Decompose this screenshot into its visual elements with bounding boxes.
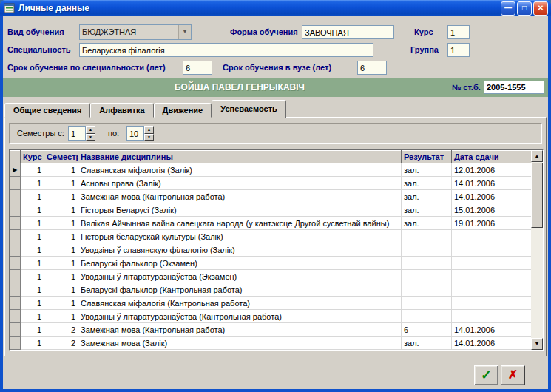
cell-kurs[interactable]: 1 — [21, 217, 44, 230]
cell-kurs[interactable]: 1 — [21, 283, 44, 297]
cell-result[interactable]: 6 — [402, 323, 452, 337]
spin-down-icon[interactable]: ▼ — [86, 134, 95, 141]
minimize-button[interactable]: — — [501, 1, 515, 16]
cell-discipline[interactable]: Уводзіны ў літаратуразнаўства (Кантрольн… — [78, 310, 402, 323]
cell-discipline[interactable]: Беларускі фальклор (Кантрольная работа) — [78, 283, 402, 297]
cell-kurs[interactable]: 1 — [21, 177, 44, 190]
cell-result[interactable]: зал. — [402, 190, 452, 203]
spin-down-icon[interactable]: ▼ — [144, 134, 154, 141]
table-row[interactable]: 11Беларускі фальклор (Кантрольная работа… — [10, 283, 532, 297]
cell-semestr[interactable]: 1 — [44, 203, 78, 217]
education-type-combo[interactable]: БЮДЖЭТНАЯ ▼ — [79, 24, 192, 40]
cell-semestr[interactable]: 1 — [44, 283, 78, 297]
cell-result[interactable] — [402, 257, 452, 270]
cell-kurs[interactable]: 1 — [21, 230, 44, 243]
cell-discipline[interactable]: Гісторыя беларускай культуры (Залік) — [78, 230, 402, 243]
cell-date[interactable] — [452, 270, 532, 283]
cell-semestr[interactable]: 1 — [44, 270, 78, 283]
group-field[interactable] — [447, 43, 470, 57]
student-book-number-field[interactable] — [484, 81, 544, 94]
cell-date[interactable]: 19.01.2006 — [452, 217, 532, 230]
cell-semestr[interactable]: 1 — [44, 177, 78, 190]
cell-discipline[interactable]: Уводзіны ў славянскую філалогію (Залік) — [78, 243, 402, 257]
cell-result[interactable]: зал. — [402, 337, 452, 350]
cell-semestr[interactable]: 1 — [44, 297, 78, 310]
scrollbar-thumb[interactable] — [531, 163, 543, 228]
cell-discipline[interactable]: Уводзіны ў літаратуразнаўства (Экзамен) — [78, 270, 402, 283]
column-header-result[interactable]: Результат — [402, 151, 452, 163]
education-form-field[interactable] — [302, 25, 394, 39]
cell-kurs[interactable]: 1 — [21, 163, 44, 177]
cell-result[interactable] — [402, 310, 452, 323]
cell-kurs[interactable]: 1 — [21, 190, 44, 203]
cell-date[interactable]: 14.01.2006 — [452, 337, 532, 350]
cell-result[interactable]: зал. — [402, 163, 452, 177]
table-row[interactable]: 11Замежная мова (Кантрольная работа)зал.… — [10, 190, 532, 203]
cell-result[interactable] — [402, 270, 452, 283]
cell-date[interactable] — [452, 230, 532, 243]
table-row[interactable]: 11Вялікая Айчынная вайна савецкага народ… — [10, 217, 532, 230]
cell-discipline[interactable]: Гісторыя Беларусі (Залік) — [78, 203, 402, 217]
cell-date[interactable] — [452, 310, 532, 323]
table-row[interactable]: 12Замежная мова (Кантрольная работа)614.… — [10, 323, 532, 337]
table-row[interactable]: ▶11Славянская міфалогія (Залік)зал.12.01… — [10, 163, 532, 177]
cell-kurs[interactable]: 1 — [21, 203, 44, 217]
cell-result[interactable] — [402, 230, 452, 243]
tab-performance[interactable]: Успеваемость — [212, 100, 286, 118]
confirm-button[interactable]: ✓ — [474, 365, 498, 385]
column-header-date[interactable]: Дата сдачи — [452, 151, 532, 163]
university-duration-field[interactable] — [357, 61, 387, 75]
cell-discipline[interactable]: Асновы права (Залік) — [78, 177, 402, 190]
cell-kurs[interactable]: 1 — [21, 297, 44, 310]
table-row[interactable]: 11Асновы права (Залік)зал.14.01.2006 — [10, 177, 532, 190]
cell-discipline[interactable]: Славянская міфалогія (Кантрольная работа… — [78, 297, 402, 310]
column-header-semester[interactable]: Семестр — [44, 151, 78, 163]
table-row[interactable]: 11Уводзіны ў літаратуразнаўства (Кантрол… — [10, 310, 532, 323]
cell-discipline[interactable]: Замежная мова (Залік) — [78, 337, 402, 350]
cell-semestr[interactable]: 2 — [44, 323, 78, 337]
table-row[interactable]: 11Уводзіны ў літаратуразнаўства (Экзамен… — [10, 270, 532, 283]
cell-kurs[interactable]: 1 — [21, 270, 44, 283]
cell-discipline[interactable]: Славянская міфалогія (Залік) — [78, 163, 402, 177]
cell-kurs[interactable]: 1 — [21, 243, 44, 257]
cell-kurs[interactable]: 1 — [21, 337, 44, 350]
cell-semestr[interactable]: 1 — [44, 257, 78, 270]
vertical-scrollbar[interactable]: ▲ ▼ — [531, 150, 543, 350]
cell-result[interactable]: зал. — [402, 217, 452, 230]
tab-movement[interactable]: Движение — [154, 103, 212, 118]
cell-result[interactable] — [402, 283, 452, 297]
cell-date[interactable]: 14.01.2006 — [452, 323, 532, 337]
cell-semestr[interactable]: 1 — [44, 310, 78, 323]
scroll-down-icon[interactable]: ▼ — [531, 338, 543, 350]
table-row[interactable]: 11Беларускі фальклор (Экзамен) — [10, 257, 532, 270]
cell-discipline[interactable]: Замежная мова (Кантрольная работа) — [78, 190, 402, 203]
cell-result[interactable]: зал. — [402, 177, 452, 190]
table-row[interactable]: 11Гісторыя беларускай культуры (Залік) — [10, 230, 532, 243]
cell-kurs[interactable]: 1 — [21, 257, 44, 270]
cell-date[interactable] — [452, 257, 532, 270]
semester-to-field[interactable] — [126, 126, 144, 141]
cell-date[interactable] — [452, 297, 532, 310]
cell-date[interactable]: 14.01.2006 — [452, 190, 532, 203]
cell-date[interactable]: 15.01.2006 — [452, 203, 532, 217]
cell-semestr[interactable]: 1 — [44, 243, 78, 257]
cell-semestr[interactable]: 1 — [44, 163, 78, 177]
combo-dropdown-icon[interactable]: ▼ — [178, 25, 191, 39]
table-row[interactable]: 11Уводзіны ў славянскую філалогію (Залік… — [10, 243, 532, 257]
cancel-button[interactable]: ✗ — [501, 365, 525, 385]
scroll-up-icon[interactable]: ▲ — [531, 150, 543, 162]
cell-result[interactable] — [402, 243, 452, 257]
spin-up-icon[interactable]: ▲ — [144, 126, 154, 134]
semester-from-field[interactable] — [68, 126, 86, 141]
column-header-course[interactable]: Курс — [21, 151, 44, 163]
cell-date[interactable] — [452, 243, 532, 257]
table-row[interactable]: 12Замежная мова (Залік)зал.14.01.2006 — [10, 337, 532, 350]
close-button[interactable]: ✕ — [533, 1, 548, 16]
cell-date[interactable]: 14.01.2006 — [452, 177, 532, 190]
cell-result[interactable]: зал. — [402, 203, 452, 217]
column-header-discipline[interactable]: Название дисциплины — [78, 151, 402, 163]
maximize-button[interactable]: □ — [517, 1, 532, 16]
cell-kurs[interactable]: 1 — [21, 323, 44, 337]
tab-general-info[interactable]: Общие сведения — [4, 103, 90, 118]
cell-semestr[interactable]: 2 — [44, 337, 78, 350]
